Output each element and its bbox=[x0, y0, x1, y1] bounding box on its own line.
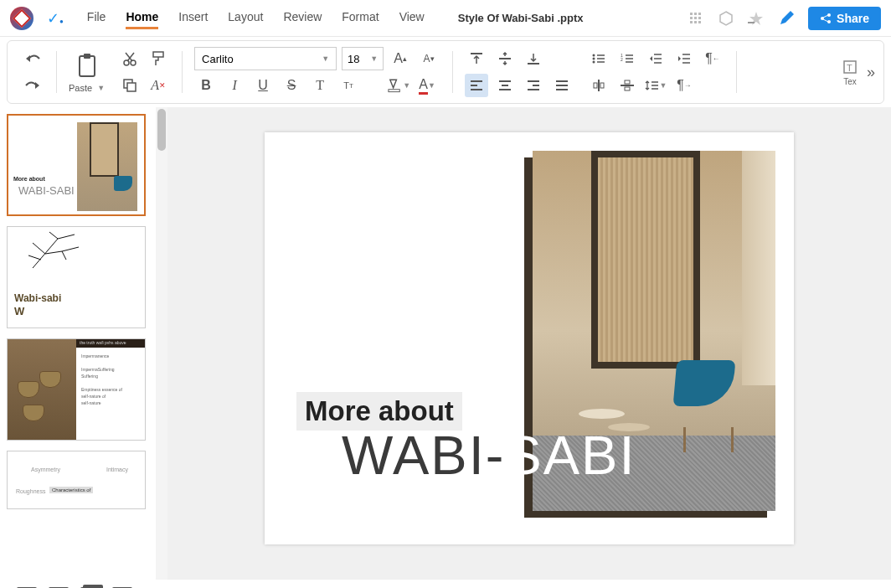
thumb2-text2: W bbox=[14, 305, 24, 317]
thumb3-w5: self-nature of bbox=[81, 393, 140, 400]
toolbar: Paste▼ A✕ Carlito▼ 18▼ A▴ A▾ B I U S T T… bbox=[7, 40, 884, 104]
svg-rect-0 bbox=[690, 13, 693, 15]
slide-text-light: SABI bbox=[505, 425, 636, 486]
align-middle-button[interactable] bbox=[493, 47, 517, 70]
line-spacing-button[interactable]: ▼ bbox=[644, 74, 667, 97]
paste-dropdown-icon[interactable]: ▼ bbox=[97, 84, 105, 92]
distribute-vertical-button[interactable] bbox=[615, 74, 639, 97]
numbered-list-button[interactable]: 12 bbox=[615, 47, 639, 70]
font-family-select[interactable]: Carlito▼ bbox=[194, 47, 337, 70]
menu-layout[interactable]: Layout bbox=[228, 7, 263, 29]
paste-label: Paste bbox=[69, 83, 92, 93]
font-name-value: Carlito bbox=[202, 53, 234, 65]
bullet-list-button[interactable] bbox=[587, 47, 610, 70]
main-area: More about WABI-SABI Wabi-sabi W the tru… bbox=[0, 107, 891, 580]
slide-thumb-2[interactable]: Wabi-sabi W bbox=[7, 226, 146, 328]
strikethrough-button[interactable]: S bbox=[280, 74, 303, 97]
hexagon-icon[interactable] bbox=[718, 10, 734, 27]
svg-rect-8 bbox=[698, 21, 701, 23]
document-title: Style Of Wabi-Sabi .pptx bbox=[458, 12, 584, 24]
slide-text-line2[interactable]: WABI-SABI bbox=[342, 424, 636, 487]
svg-rect-6 bbox=[690, 21, 693, 23]
align-justify-button[interactable] bbox=[550, 74, 574, 97]
svg-rect-61 bbox=[600, 83, 604, 88]
svg-rect-3 bbox=[690, 17, 693, 19]
app-logo[interactable] bbox=[10, 7, 33, 30]
cut-button[interactable] bbox=[118, 47, 142, 70]
font-color-button[interactable]: A▼ bbox=[415, 74, 439, 97]
distribute-horizontal-button[interactable] bbox=[587, 74, 610, 97]
thumb3-w1: Impermanence bbox=[81, 353, 140, 359]
svg-rect-5 bbox=[698, 17, 701, 19]
align-right-button[interactable] bbox=[522, 74, 545, 97]
toolbar-overflow[interactable]: T Tex bbox=[842, 59, 858, 86]
svg-rect-26 bbox=[389, 90, 399, 92]
svg-rect-23 bbox=[153, 52, 163, 57]
font-size-select[interactable]: 18▼ bbox=[342, 47, 384, 70]
share-button[interactable]: Share bbox=[808, 7, 881, 30]
expand-toolbar-icon[interactable]: » bbox=[867, 64, 875, 81]
undo-button[interactable] bbox=[21, 47, 44, 70]
align-top-button[interactable] bbox=[465, 47, 488, 70]
menu-view[interactable]: View bbox=[399, 7, 425, 29]
highlight-color-button[interactable]: ▼ bbox=[387, 74, 410, 97]
menu-home[interactable]: Home bbox=[126, 7, 158, 29]
save-check-icon[interactable]: ✓● bbox=[47, 9, 64, 28]
redo-button[interactable] bbox=[21, 74, 44, 97]
thumb4-b: Intimacy bbox=[106, 467, 128, 472]
paste-group: Paste▼ bbox=[64, 51, 110, 93]
italic-button[interactable]: I bbox=[223, 74, 246, 97]
svg-rect-4 bbox=[694, 17, 697, 19]
align-center-button[interactable] bbox=[493, 74, 517, 97]
svg-point-20 bbox=[131, 60, 136, 65]
thumb3-w2: ImpermaSuffering bbox=[81, 366, 140, 373]
menu-insert[interactable]: Insert bbox=[178, 7, 208, 29]
align-left-button[interactable] bbox=[465, 74, 488, 97]
change-case-button[interactable]: TT bbox=[337, 74, 360, 97]
slide-thumb-3[interactable]: the truth wafi pvhs above Impermanence I… bbox=[7, 338, 146, 441]
favorite-icon[interactable] bbox=[748, 10, 765, 27]
underline-button[interactable]: U bbox=[251, 74, 275, 97]
svg-rect-63 bbox=[625, 80, 630, 84]
thumb3-w3: Suffering bbox=[81, 373, 140, 379]
menu-format[interactable]: Format bbox=[342, 7, 379, 29]
list-group: 12 ¶← ▼ ¶→ bbox=[582, 47, 729, 97]
sidebar-scrollbar[interactable] bbox=[156, 107, 167, 580]
text-effect-button[interactable]: T bbox=[308, 74, 332, 97]
thumb1-text2: WABI-SABI bbox=[18, 184, 75, 197]
increase-font-button[interactable]: A▴ bbox=[389, 47, 412, 70]
slide-thumb-1[interactable]: More about WABI-SABI bbox=[7, 114, 146, 216]
svg-rect-25 bbox=[127, 83, 136, 91]
paste-button[interactable] bbox=[73, 51, 101, 80]
svg-rect-64 bbox=[625, 87, 630, 90]
clear-format-button[interactable]: A✕ bbox=[147, 74, 170, 97]
bold-button[interactable]: B bbox=[194, 74, 218, 97]
svg-rect-17 bbox=[80, 56, 95, 76]
slide-canvas[interactable]: More about WABI-SABI bbox=[265, 132, 794, 544]
thumb3-w6: self-nature bbox=[81, 400, 140, 406]
decrease-font-button[interactable]: A▾ bbox=[417, 47, 440, 70]
svg-rect-60 bbox=[594, 83, 597, 88]
grid-icon[interactable] bbox=[688, 10, 704, 27]
decrease-indent-button[interactable] bbox=[644, 47, 667, 70]
text-direction-ltr-button[interactable]: ¶→ bbox=[672, 74, 696, 97]
menu-review[interactable]: Review bbox=[283, 7, 322, 29]
menubar-right: Share bbox=[688, 7, 881, 30]
slide-thumb-4[interactable]: Asymmetry Intimacy Roughness Characteris… bbox=[7, 451, 146, 509]
thumb1-text1: More about bbox=[13, 176, 45, 182]
format-painter-button[interactable] bbox=[147, 47, 170, 70]
pencil-icon[interactable] bbox=[778, 10, 795, 27]
copy-button[interactable] bbox=[118, 74, 142, 97]
slide-text-dark: WABI- bbox=[342, 425, 505, 486]
thumb2-text1: Wabi-sabi bbox=[14, 292, 61, 304]
font-size-value: 18 bbox=[348, 53, 359, 65]
thumb3-w4: Emptiness essence of bbox=[81, 386, 140, 393]
menu-list: File Home Insert Layout Review Format Vi… bbox=[87, 7, 425, 29]
text-direction-rtl-button[interactable]: ¶← bbox=[701, 47, 724, 70]
svg-point-44 bbox=[593, 61, 595, 64]
canvas-area[interactable]: More about WABI-SABI bbox=[167, 107, 891, 580]
increase-indent-button[interactable] bbox=[672, 47, 696, 70]
menu-file[interactable]: File bbox=[87, 7, 106, 29]
align-bottom-button[interactable] bbox=[522, 47, 545, 70]
undo-redo-group bbox=[16, 47, 49, 97]
